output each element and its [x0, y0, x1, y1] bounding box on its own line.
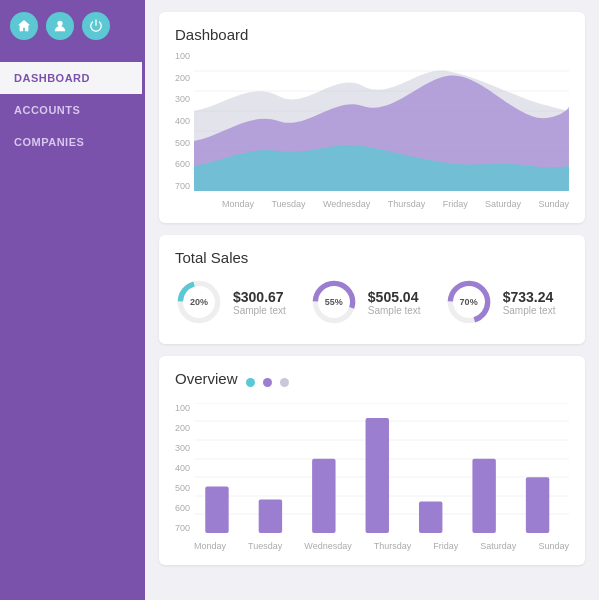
sales-amount-2: $505.04: [368, 289, 421, 305]
sales-info-2: $505.04 Sample text: [368, 289, 421, 316]
sales-info-1: $300.67 Sample text: [233, 289, 286, 316]
sales-sample-2: Sample text: [368, 305, 421, 316]
area-chart-x-labels: Monday Tuesday Wednesday Thursday Friday…: [194, 199, 569, 209]
donut-label-3: 70%: [460, 297, 478, 307]
overview-card: Overview 700 600 500 400 300 200 100: [159, 356, 585, 565]
svg-point-0: [57, 21, 62, 26]
sidebar-nav: DASHBOARD ACCOUNTS COMPANIES: [0, 62, 145, 158]
dashboard-title: Dashboard: [175, 26, 569, 43]
sales-info-3: $733.24 Sample text: [503, 289, 556, 316]
sidebar-item-companies[interactable]: COMPANIES: [0, 126, 145, 158]
svg-rect-20: [205, 487, 228, 533]
sales-amount-1: $300.67: [233, 289, 286, 305]
area-chart-svg: [194, 51, 569, 191]
sales-item-1: 20% $300.67 Sample text: [175, 278, 286, 326]
area-chart-body: Monday Tuesday Wednesday Thursday Friday…: [194, 51, 569, 209]
home-icon-btn[interactable]: [10, 12, 38, 40]
bar-chart-wrapper: 700 600 500 400 300 200 100: [175, 403, 569, 551]
sales-row: 20% $300.67 Sample text 55% $505.04: [175, 274, 569, 330]
sales-amount-3: $733.24: [503, 289, 556, 305]
sales-sample-3: Sample text: [503, 305, 556, 316]
sidebar-icon-bar: [0, 0, 145, 52]
bar-chart-body: Monday Tuesday Wednesday Thursday Friday…: [194, 403, 569, 551]
svg-rect-21: [259, 500, 282, 533]
svg-rect-23: [366, 418, 389, 533]
area-chart-y-axis: 700 600 500 400 300 200 100: [175, 51, 194, 191]
overview-title: Overview: [175, 370, 238, 387]
main-content: Dashboard 700 600 500 400 300 200 100: [145, 0, 599, 600]
sidebar: DASHBOARD ACCOUNTS COMPANIES: [0, 0, 145, 600]
overview-header: Overview: [175, 370, 569, 395]
power-icon-btn[interactable]: [82, 12, 110, 40]
sidebar-item-accounts[interactable]: ACCOUNTS: [0, 94, 145, 126]
svg-rect-24: [419, 501, 442, 533]
area-chart-wrapper: 700 600 500 400 300 200 100: [175, 51, 569, 209]
overview-dot-2: [263, 378, 272, 387]
overview-dot-3: [280, 378, 289, 387]
donut-label-1: 20%: [190, 297, 208, 307]
svg-rect-26: [526, 477, 549, 533]
bar-chart-svg: [194, 403, 569, 533]
svg-rect-22: [312, 459, 335, 533]
total-sales-title: Total Sales: [175, 249, 569, 266]
svg-rect-25: [472, 459, 495, 533]
donut-1: 20%: [175, 278, 223, 326]
sales-sample-1: Sample text: [233, 305, 286, 316]
sidebar-item-dashboard[interactable]: DASHBOARD: [0, 62, 145, 94]
bar-chart-x-labels: Monday Tuesday Wednesday Thursday Friday…: [194, 541, 569, 551]
donut-3: 70%: [445, 278, 493, 326]
total-sales-card: Total Sales 20% $300.67 Sample text: [159, 235, 585, 344]
donut-label-2: 55%: [325, 297, 343, 307]
overview-dot-1: [246, 378, 255, 387]
donut-2: 55%: [310, 278, 358, 326]
dashboard-card: Dashboard 700 600 500 400 300 200 100: [159, 12, 585, 223]
sales-item-2: 55% $505.04 Sample text: [310, 278, 421, 326]
sales-item-3: 70% $733.24 Sample text: [445, 278, 556, 326]
bar-chart-y-axis: 700 600 500 400 300 200 100: [175, 403, 194, 533]
user-icon-btn[interactable]: [46, 12, 74, 40]
